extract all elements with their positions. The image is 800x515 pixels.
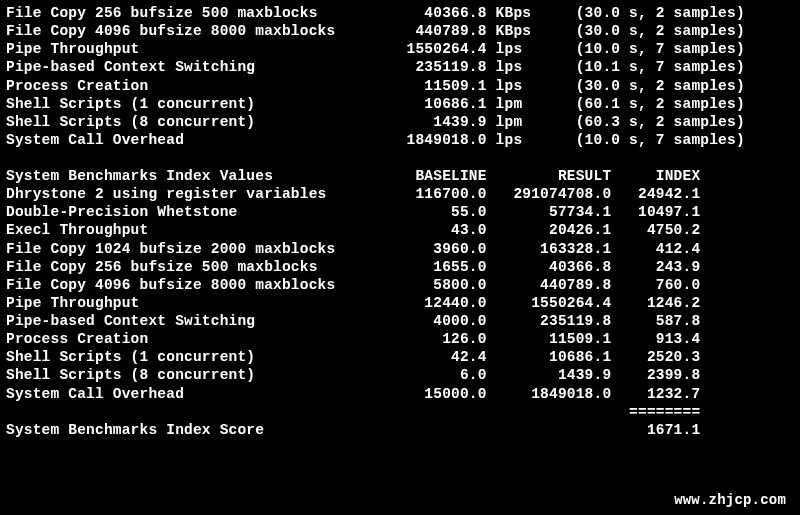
index-row: Pipe-based Context Switching 4000.0 2351… [6,312,794,330]
benchmark-row: Pipe Throughput 1550264.4 lps (10.0 s, 7… [6,40,794,58]
index-row: Process Creation 126.0 11509.1 913.4 [6,330,794,348]
terminal-output: File Copy 256 bufsize 500 maxblocks 4036… [0,0,800,443]
benchmark-row: Shell Scripts (1 concurrent) 10686.1 lpm… [6,95,794,113]
index-separator: ======== [6,403,794,421]
index-row: Execl Throughput 43.0 20426.1 4750.2 [6,221,794,239]
index-row: System Call Overhead 15000.0 1849018.0 1… [6,385,794,403]
index-row: Dhrystone 2 using register variables 116… [6,185,794,203]
index-row: File Copy 256 bufsize 500 maxblocks 1655… [6,258,794,276]
watermark: www.zhjcp.com [674,492,786,510]
index-score-row: System Benchmarks Index Score 1671.1 [6,421,794,439]
index-row: Double-Precision Whetstone 55.0 57734.1 … [6,203,794,221]
index-row: Shell Scripts (8 concurrent) 6.0 1439.9 … [6,366,794,384]
benchmark-row: System Call Overhead 1849018.0 lps (10.0… [6,131,794,149]
benchmark-row: Shell Scripts (8 concurrent) 1439.9 lpm … [6,113,794,131]
index-header-row: System Benchmarks Index Values BASELINE … [6,167,794,185]
index-row: Shell Scripts (1 concurrent) 42.4 10686.… [6,348,794,366]
benchmark-row: Process Creation 11509.1 lps (30.0 s, 2 … [6,77,794,95]
index-row: Pipe Throughput 12440.0 1550264.4 1246.2 [6,294,794,312]
benchmark-row: Pipe-based Context Switching 235119.8 lp… [6,58,794,76]
index-row: File Copy 4096 bufsize 8000 maxblocks 58… [6,276,794,294]
benchmark-row: File Copy 256 bufsize 500 maxblocks 4036… [6,4,794,22]
index-row: File Copy 1024 bufsize 2000 maxblocks 39… [6,240,794,258]
benchmark-row: File Copy 4096 bufsize 8000 maxblocks 44… [6,22,794,40]
